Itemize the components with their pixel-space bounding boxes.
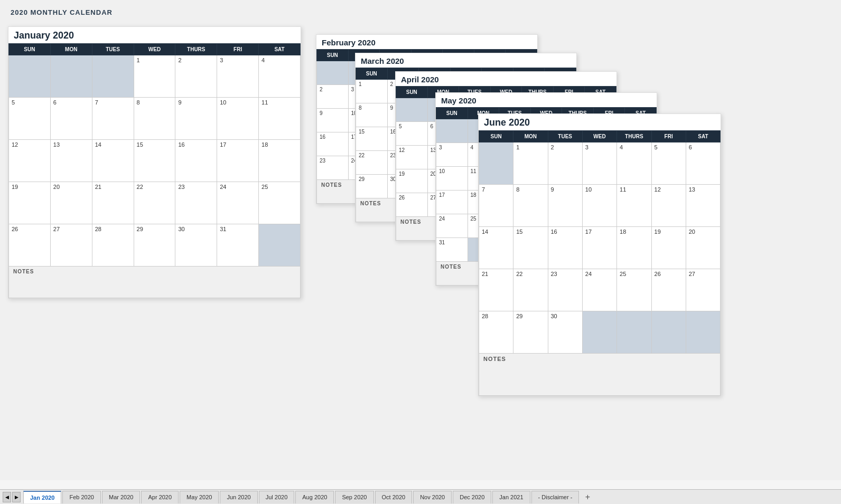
table-cell: 22 [356, 151, 388, 175]
table-cell [436, 119, 468, 143]
table-cell [396, 98, 428, 122]
table-cell: 28 [92, 224, 134, 267]
table-cell: 5 [651, 142, 686, 185]
table-cell: 30 [175, 224, 217, 267]
table-cell: 20 [50, 182, 92, 224]
col-thu: THURS [175, 44, 217, 55]
table-cell: 27 [50, 224, 92, 267]
table-cell: 23 [548, 269, 582, 311]
tab-nav-right[interactable]: ▶ [12, 492, 21, 502]
table-cell: 29 [513, 311, 548, 354]
table-cell: 22 [134, 182, 175, 224]
table-cell: 10 [582, 185, 616, 227]
table-cell: 31 [217, 224, 259, 267]
june-title: June 2020 [479, 114, 721, 130]
table-cell [617, 311, 651, 354]
table-cell: 15 [513, 227, 548, 269]
tab-jul-2020[interactable]: Jul 2020 [259, 491, 295, 503]
table-cell: 11 [259, 98, 301, 140]
tab-jun-2020[interactable]: Jun 2020 [220, 491, 257, 503]
table-cell: 18 [259, 140, 301, 182]
table-cell: 25 [259, 182, 301, 224]
tab-sep-2020[interactable]: Sep 2020 [335, 491, 373, 503]
col-sun: SUN [479, 131, 513, 142]
table-cell: 9 [317, 109, 349, 132]
table-cell: 9 [175, 98, 217, 140]
april-title: April 2020 [396, 72, 616, 86]
tab-nov-2020[interactable]: Nov 2020 [413, 491, 452, 503]
col-mon: MON [50, 44, 92, 55]
tab-aug-2020[interactable]: Aug 2020 [295, 491, 334, 503]
tab-jan-2021[interactable]: Jan 2021 [492, 491, 530, 503]
table-cell: 7 [92, 98, 134, 140]
tab-nav-left[interactable]: ◀ [3, 492, 11, 502]
notes-cell: NOTES [9, 267, 301, 298]
table-cell: 30 [548, 311, 582, 354]
table-cell [9, 55, 51, 98]
col-sun: SUN [356, 68, 388, 80]
tab-disclaimer[interactable]: - Disclaimer - [531, 491, 580, 503]
page-title: 2020 MONTHLY CALENDAR [11, 8, 830, 16]
table-cell: 4 [259, 55, 301, 98]
tab-apr-2020[interactable]: Apr 2020 [141, 491, 179, 503]
table-cell: 16 [175, 140, 217, 182]
table-cell: 12 [651, 185, 686, 227]
table-cell: 5 [396, 122, 428, 146]
table-cell: 16 [317, 132, 349, 156]
table-cell: 8 [513, 185, 548, 227]
tab-mar-2020[interactable]: Mar 2020 [102, 491, 140, 503]
col-wed: WED [582, 131, 616, 142]
tab-dec-2020[interactable]: Dec 2020 [453, 491, 491, 503]
table-cell: 15 [134, 140, 175, 182]
tab-oct-2020[interactable]: Oct 2020 [375, 491, 413, 503]
table-cell: 19 [9, 182, 51, 224]
col-sun: SUN [396, 87, 428, 98]
table-cell: 1 [356, 80, 388, 103]
col-sat: SAT [259, 44, 301, 55]
table-cell: 24 [436, 214, 468, 238]
table-cell: 23 [175, 182, 217, 224]
table-cell: 1 [134, 55, 175, 98]
table-cell: 14 [479, 227, 513, 269]
table-cell: 9 [548, 185, 582, 227]
table-cell [651, 311, 686, 354]
col-fri: FRI [651, 131, 686, 142]
table-cell: 26 [651, 269, 686, 311]
table-cell: 28 [479, 311, 513, 354]
tab-feb-2020[interactable]: Feb 2020 [62, 491, 100, 503]
col-sun: SUN [436, 108, 468, 119]
tab-nav: ◀ ▶ [0, 492, 23, 502]
table-cell: 29 [356, 175, 388, 198]
col-tue: TUES [548, 131, 582, 142]
table-cell [92, 55, 134, 98]
table-cell: 13 [50, 140, 92, 182]
table-cell: 3 [436, 143, 468, 167]
table-cell: 3 [582, 142, 616, 185]
col-mon: MON [513, 131, 548, 142]
table-cell: 29 [134, 224, 175, 267]
table-cell: 21 [92, 182, 134, 224]
table-cell: 14 [92, 140, 134, 182]
col-wed: WED [134, 44, 175, 55]
notes-cell: NOTES [479, 354, 721, 396]
table-cell: 8 [356, 103, 388, 127]
table-cell: 10 [217, 98, 259, 140]
table-cell: 7 [479, 185, 513, 227]
calendar-january: January 2020 SUN MON TUES WED THURS FRI … [8, 26, 301, 299]
tab-may-2020[interactable]: May 2020 [180, 491, 219, 503]
table-cell [582, 311, 616, 354]
table-cell: 2 [175, 55, 217, 98]
tab-add-button[interactable]: + [582, 492, 593, 502]
table-cell: 24 [582, 269, 616, 311]
table-cell: 15 [356, 127, 388, 151]
calendar-june: June 2020 SUN MON TUES WED THURS FRI SAT… [478, 113, 721, 396]
table-cell: 26 [396, 193, 428, 217]
june-grid: SUN MON TUES WED THURS FRI SAT 1 2 3 4 5 [479, 130, 721, 396]
march-title: March 2020 [356, 53, 576, 68]
table-cell: 1 [513, 142, 548, 185]
table-cell: 2 [317, 85, 349, 109]
table-cell: 23 [317, 156, 349, 180]
tab-jan-2020[interactable]: Jan 2020 [23, 491, 61, 503]
table-cell: 2 [548, 142, 582, 185]
table-cell: 4 [617, 142, 651, 185]
